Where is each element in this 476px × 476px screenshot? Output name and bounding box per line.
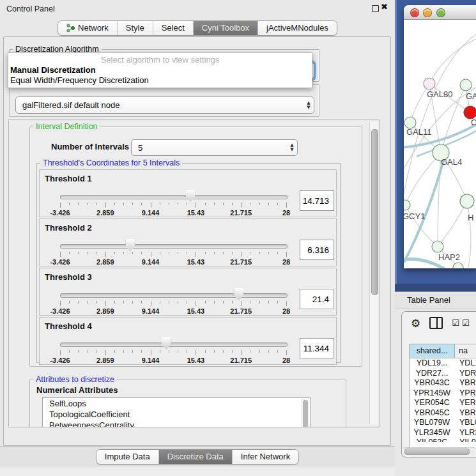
- vertical-scrollbar-thumb[interactable]: [371, 129, 378, 295]
- network-node-label: H: [468, 213, 473, 222]
- threshold-value-field[interactable]: [300, 190, 334, 211]
- tick-label: 28: [282, 258, 290, 266]
- list-scrollbar[interactable]: [302, 399, 309, 427]
- network-view-window[interactable]: GAL80GACGAL11GAL4GCY1HHAP2: [404, 5, 476, 268]
- tick-label: 2.859: [96, 357, 114, 364]
- network-node-label: GAL4: [441, 157, 462, 167]
- threshold-row: Threshold 4 -3.4262.8599.14415.4321.7152…: [39, 317, 337, 365]
- tab-select[interactable]: Select: [153, 21, 194, 35]
- table-row[interactable]: YER054CYER0: [410, 398, 476, 408]
- vertical-scrollbar[interactable]: [369, 121, 378, 424]
- table-toolbar: ⚙ ☑ ☑: [411, 317, 470, 329]
- combo-arrows-icon: ▲▼: [287, 143, 297, 152]
- slider-tick-labels: -3.4262.8599.14415.4321.71528: [60, 209, 286, 217]
- table-row[interactable]: YDL19...YDL1: [410, 358, 476, 369]
- tab-jactivemnodules[interactable]: jActiveMNodules: [258, 21, 337, 35]
- list-scrollbar-thumb[interactable]: [303, 400, 308, 427]
- tick-label: 28: [282, 357, 290, 364]
- threshold-value-field[interactable]: [300, 338, 334, 358]
- slider-tick-labels: -3.4262.8599.14415.4321.71528: [60, 307, 286, 315]
- table-header-row: shared... na: [410, 344, 476, 358]
- minimize-traffic-light[interactable]: [423, 8, 432, 17]
- tick-label: 28: [282, 209, 290, 217]
- tab-discretize-data[interactable]: Discretize Data: [159, 450, 233, 464]
- tab-impute-data[interactable]: Impute Data: [96, 450, 159, 464]
- table-row[interactable]: YBR045CYBR0: [410, 408, 476, 418]
- node-red: [464, 106, 476, 119]
- tick-label: 9.144: [142, 307, 160, 315]
- tick-label: 28: [282, 307, 290, 315]
- cyni-toolbox-panel: Discretization Algorithm Table Data galF…: [3, 36, 391, 446]
- threshold-slider[interactable]: -3.4262.8599.14415.4321.71528: [60, 337, 286, 362]
- attribute-list-item[interactable]: TopologicalCoefficient: [43, 409, 310, 420]
- tab-network[interactable]: Network: [58, 21, 118, 35]
- screenshot-root: Control Panel ✖ Network Style Select Cyn…: [0, 0, 476, 476]
- slider-thumb[interactable]: [125, 239, 135, 251]
- threshold-value-field[interactable]: [300, 289, 334, 309]
- tab-infer-network[interactable]: Infer Network: [233, 450, 298, 464]
- slider-track[interactable]: [60, 293, 288, 298]
- slider-track[interactable]: [60, 342, 288, 347]
- network-window-titlebar[interactable]: [404, 5, 476, 20]
- slider-thumb[interactable]: [234, 288, 243, 300]
- table-row[interactable]: YPR145WYPR1: [410, 388, 476, 399]
- table-data-group: Table Data galFiltered.sif default node …: [9, 84, 319, 117]
- node-gcy1: [404, 200, 410, 210]
- horizontal-scrollbar-thumb[interactable]: [404, 449, 470, 455]
- slider-ticks: [60, 301, 286, 307]
- slider-thumb[interactable]: [186, 190, 196, 202]
- threshold-value-field[interactable]: [300, 240, 334, 260]
- threshold-slider[interactable]: -3.4262.8599.14415.4321.71528: [60, 189, 286, 215]
- attribute-list-item[interactable]: BetweennessCentrality: [43, 420, 310, 427]
- threshold-row: Threshold 3 -3.4262.8599.14415.4321.7152…: [39, 268, 337, 316]
- table-row[interactable]: YDR27...YDR2: [410, 369, 476, 379]
- column-header-shared[interactable]: shared...: [410, 344, 455, 358]
- node-h: [460, 194, 474, 208]
- horizontal-scrollbar[interactable]: [403, 447, 475, 455]
- tick-label: -3.426: [50, 307, 70, 315]
- tab-style[interactable]: Style: [118, 21, 153, 35]
- gear-icon[interactable]: ⚙: [411, 318, 420, 329]
- tab-cyni-toolbox[interactable]: Cyni Toolbox: [194, 21, 258, 35]
- slider-track[interactable]: [60, 195, 288, 199]
- table-data-combobox[interactable]: galFiltered.sif default node ▲▼: [15, 96, 314, 114]
- network-graph: GAL80GACGAL11GAL4GCY1HHAP2: [404, 20, 476, 268]
- interval-definition-label: Interval Definition: [33, 122, 100, 131]
- number-of-intervals-combobox[interactable]: 5 ▲▼: [131, 139, 298, 156]
- checkbox-icon[interactable]: ☑: [452, 318, 459, 328]
- column-header-name[interactable]: na: [455, 344, 476, 358]
- tick-label: 21.715: [230, 209, 252, 217]
- dropdown-option-equal-width[interactable]: Equal Width/Frequency Discretization: [10, 75, 149, 85]
- table-row[interactable]: YBL079WYBL0: [410, 418, 476, 428]
- table-row[interactable]: YIL052CYIL0: [410, 438, 476, 442]
- slider-thumb[interactable]: [162, 337, 171, 349]
- threshold-label: Threshold 2: [45, 223, 92, 233]
- slider-ticks: [60, 252, 286, 257]
- network-canvas[interactable]: GAL80GACGAL11GAL4GCY1HHAP2: [404, 20, 476, 268]
- threshold-slider[interactable]: -3.4262.8599.14415.4321.71528: [60, 238, 286, 264]
- tick-label: -3.426: [50, 258, 70, 266]
- tick-label: 21.715: [230, 307, 252, 315]
- dropdown-option-manual[interactable]: Manual Discretization: [10, 65, 96, 75]
- number-of-intervals-value: 5: [132, 143, 287, 153]
- attribute-list-item[interactable]: SelfLoops: [43, 398, 310, 409]
- close-traffic-light[interactable]: [410, 8, 419, 17]
- threshold-row: Threshold 2 -3.4262.8599.14415.4321.7152…: [39, 219, 337, 266]
- table-browser-panel: ⚙ ☑ ☑ shared... na YDL19...YDL1YDR27...Y…: [401, 311, 476, 457]
- numerical-attributes-list[interactable]: SelfLoopsTopologicalCoefficientBetweenne…: [42, 397, 311, 427]
- threshold-slider[interactable]: -3.4262.8599.14415.4321.71528: [60, 288, 286, 313]
- dropdown-placeholder: Select algorithm to view settings: [8, 55, 312, 65]
- table-row[interactable]: YLR345WYLR3: [410, 428, 476, 438]
- float-window-icon[interactable]: [372, 5, 379, 12]
- slider-track[interactable]: [60, 244, 288, 249]
- slider-tick-labels: -3.4262.8599.14415.4321.71528: [60, 258, 286, 266]
- node-hap2: [432, 241, 443, 252]
- close-icon[interactable]: ✖: [381, 2, 388, 12]
- column-layout-icon[interactable]: [429, 317, 443, 329]
- tick-label: 9.144: [142, 209, 160, 217]
- numerical-attributes-title: Numerical Attributes: [36, 385, 118, 395]
- zoom-traffic-light[interactable]: [436, 8, 445, 17]
- table-row[interactable]: YBR043CYBR0: [410, 378, 476, 388]
- tick-label: 15.43: [187, 209, 205, 217]
- checkbox-icon[interactable]: ☑: [462, 318, 470, 328]
